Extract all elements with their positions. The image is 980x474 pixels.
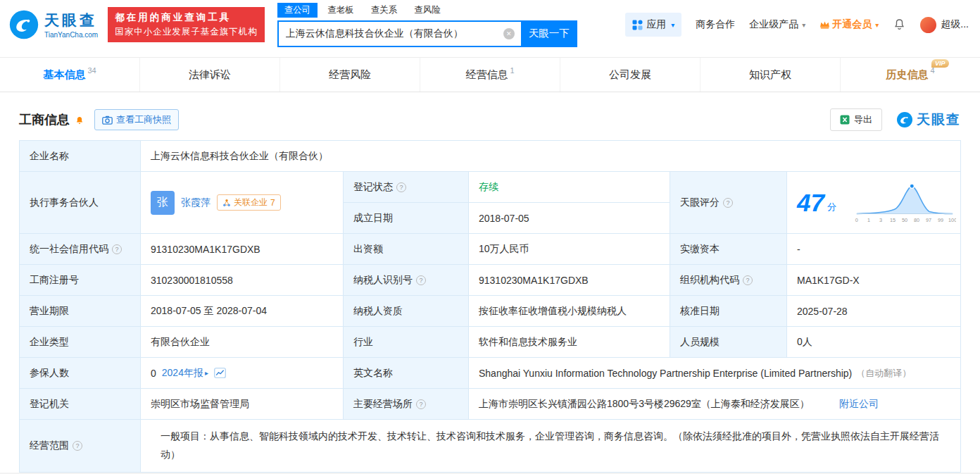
nav-enterprise-products[interactable]: 企业级产品 ▾ <box>749 18 805 31</box>
field-label-insured-count: 参保人数 <box>20 358 140 388</box>
field-label-business-scope: 经营范围? <box>20 420 140 472</box>
search-tab-company[interactable]: 查公司 <box>277 3 318 18</box>
caret-down-icon: ▾ <box>671 21 674 29</box>
help-icon[interactable]: ? <box>416 275 426 285</box>
related-companies-badge[interactable]: 关联企业 7 <box>217 194 281 211</box>
search-input[interactable] <box>277 20 521 47</box>
brand-name: 天眼查 <box>44 11 98 30</box>
top-navigation: 应用 ▾ 商务合作 企业级产品 ▾ 开通会员 ▾ 超级... <box>625 13 969 37</box>
field-value-english-name: Shanghai Yunxiu Information Technology P… <box>469 358 960 388</box>
field-label-tianyan-score: 天眼评分? <box>670 172 786 233</box>
help-icon[interactable]: ? <box>112 244 122 254</box>
field-value-taxpayer-id: 91310230MA1K17GDXB <box>469 265 670 295</box>
promo-line-2: 国家中小企业发展子基金旗下机构 <box>115 25 258 39</box>
search-box: ✕ <box>277 20 521 47</box>
field-label-capital: 出资额 <box>344 234 468 264</box>
notifications-icon[interactable] <box>893 18 906 32</box>
field-value-tianyan-score: 47 分 0 1 3 15 50 80 97 99 100 <box>787 172 960 233</box>
tab-company-development[interactable]: 公司发展 <box>560 58 701 92</box>
enterprise-products-label: 企业级产品 <box>749 18 798 31</box>
tab-history-info[interactable]: 历史信息 VIP 4 <box>841 58 980 92</box>
apps-grid-icon <box>632 20 643 30</box>
tab-intellectual-property[interactable]: 知识产权 <box>701 58 841 92</box>
svg-text:100: 100 <box>948 216 956 223</box>
subscribe-bell-icon[interactable] <box>75 116 84 126</box>
help-icon[interactable]: ? <box>73 441 82 451</box>
tab-count: 34 <box>87 66 96 75</box>
tab-legal-proceedings[interactable]: 法律诉讼 <box>140 58 280 92</box>
related-companies-count: 7 <box>270 198 275 208</box>
field-value-establish-date: 2018-07-05 <box>469 203 670 233</box>
snapshot-label: 查看工商快照 <box>116 113 171 126</box>
field-value-business-address: 上海市崇明区长兴镇潘园公路1800号3号楼29629室（上海泰和经济发展区） 附… <box>469 389 960 419</box>
field-value-registration-status: 存续 <box>469 172 670 202</box>
field-label-registration-status: 登记状态? <box>344 172 468 202</box>
field-label-org-code: 组织机构代码? <box>670 265 786 295</box>
field-label-industry: 行业 <box>344 327 468 357</box>
field-value-approval-date: 2025-07-28 <box>787 296 960 326</box>
tab-operational-risk[interactable]: 经营风险 <box>280 58 420 92</box>
tab-count: 4 <box>930 66 934 75</box>
search-area: 查公司 查老板 查关系 查风险 ✕ 天眼一下 <box>277 3 577 47</box>
trend-chart-icon[interactable] <box>214 368 226 378</box>
export-button[interactable]: 导出 <box>830 108 882 131</box>
tab-label: 公司发展 <box>609 68 651 82</box>
tab-label: 基本信息 <box>43 68 85 82</box>
site-logo[interactable]: 天眼查 TianYanCha.com <box>8 9 98 40</box>
topbar: 天眼查 TianYanCha.com 都在用的商业查询工具 国家中小企业发展子基… <box>0 0 980 49</box>
nearby-companies-link[interactable]: 附近公司 <box>839 398 879 411</box>
field-value-insured-count: 0 2024年报▸ <box>141 358 343 388</box>
nav-business-cooperation[interactable]: 商务合作 <box>696 18 735 31</box>
search-button[interactable]: 天眼一下 <box>521 20 577 47</box>
tab-count: 1 <box>510 66 514 75</box>
section-tools: 导出 天眼查 <box>830 108 961 131</box>
section-title: 工商信息 <box>19 111 70 128</box>
company-detail-tabs: 基本信息 34 法律诉讼 经营风险 经营信息 1 公司发展 知识产权 历史信息 … <box>0 57 980 92</box>
field-label-paid-capital: 实缴资本 <box>670 234 786 264</box>
field-label-taxpayer-quality: 纳税人资质 <box>344 296 468 326</box>
caret-down-icon: ▾ <box>802 21 805 29</box>
help-icon[interactable]: ? <box>723 198 733 208</box>
caret-down-icon: ▾ <box>875 21 879 29</box>
user-account[interactable]: 超级... <box>920 17 969 33</box>
promo-badge: 都在用的商业查询工具 国家中小企业发展子基金旗下机构 <box>108 7 265 42</box>
tab-label: 历史信息 VIP <box>886 68 928 82</box>
apps-menu[interactable]: 应用 ▾ <box>625 13 681 37</box>
partner-avatar[interactable]: 张 <box>151 191 175 215</box>
clear-search-icon[interactable]: ✕ <box>503 28 515 39</box>
svg-text:1: 1 <box>867 216 870 223</box>
business-info-section-header: 工商信息 查看工商快照 导出 天眼查 <box>19 108 961 131</box>
help-icon[interactable]: ? <box>416 399 426 409</box>
svg-text:3: 3 <box>879 216 882 223</box>
camera-icon <box>102 116 113 125</box>
export-label: 导出 <box>854 113 872 126</box>
username: 超级... <box>941 18 969 31</box>
field-label-business-term: 营业期限 <box>20 296 140 326</box>
tab-business-info[interactable]: 经营信息 1 <box>420 58 560 92</box>
help-icon[interactable]: ? <box>743 275 753 285</box>
nav-vip-upgrade[interactable]: 开通会员 ▾ <box>819 18 879 31</box>
help-icon[interactable]: ? <box>396 182 406 192</box>
svg-text:97: 97 <box>926 216 931 223</box>
field-label-company-name: 企业名称 <box>20 141 140 171</box>
tab-basic-info[interactable]: 基本信息 34 <box>0 58 140 92</box>
business-registration-table: 企业名称 上海云休信息科技合伙企业（有限合伙） 执行事务合伙人 张 张霞萍 关联… <box>19 140 961 473</box>
field-value-paid-capital: - <box>787 234 960 264</box>
search-tab-risk[interactable]: 查风险 <box>407 3 448 18</box>
annual-report-link[interactable]: 2024年报▸ <box>162 367 208 380</box>
search-tab-boss[interactable]: 查老板 <box>320 3 361 18</box>
promo-line-1: 都在用的商业查询工具 <box>115 11 258 25</box>
excel-icon <box>840 115 850 125</box>
field-value-credit-code: 91310230MA1K17GDXB <box>141 234 343 264</box>
arrow-right-icon: ▸ <box>205 369 208 377</box>
partner-name-link[interactable]: 张霞萍 <box>181 197 211 209</box>
field-label-registration-number: 工商注册号 <box>20 265 140 295</box>
brand-domain: TianYanCha.com <box>44 31 98 39</box>
field-label-approval-date: 核准日期 <box>670 296 786 326</box>
search-tab-relations[interactable]: 查关系 <box>364 3 405 18</box>
view-snapshot-button[interactable]: 查看工商快照 <box>94 109 179 130</box>
field-label-english-name: 英文名称 <box>344 358 468 388</box>
field-label-registry: 登记机关 <box>20 389 140 419</box>
search-type-tabs: 查公司 查老板 查关系 查风险 <box>277 3 577 18</box>
field-value-taxpayer-quality: 按征收率征收增值税小规模纳税人 <box>469 296 670 326</box>
